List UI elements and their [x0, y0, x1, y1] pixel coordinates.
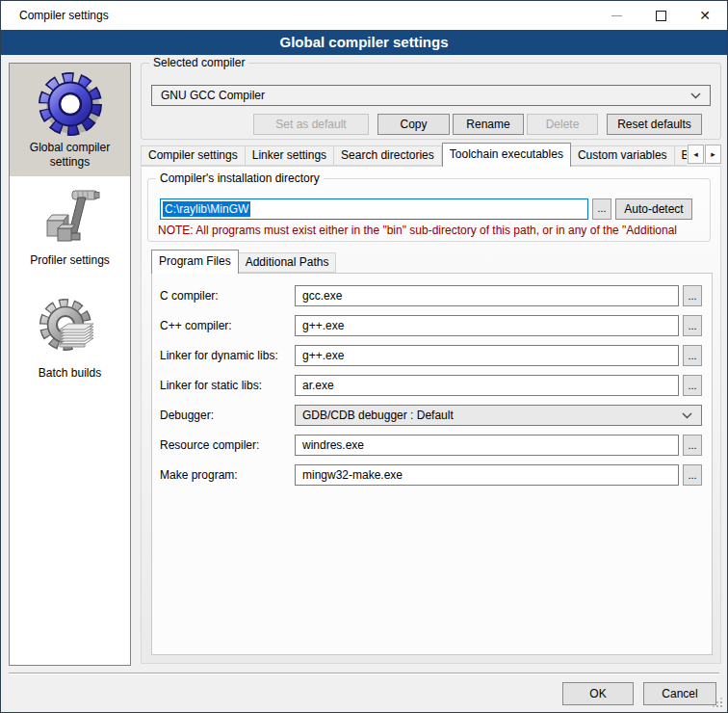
- gray-gear-stack-icon: [38, 298, 103, 361]
- form-row-debugger: Debugger: GDB/CDB debugger : Default: [160, 405, 702, 426]
- browse-linker-static-button[interactable]: ...: [683, 375, 702, 396]
- form-row-linker-dynamic: Linker for dynamic libs: g++.exe ...: [160, 345, 702, 366]
- tab-custom-variables[interactable]: Custom variables: [571, 145, 675, 166]
- main-panel: Selected compiler GNU GCC Compiler Set a…: [141, 61, 721, 664]
- chevron-down-icon: [690, 92, 701, 99]
- copy-button[interactable]: Copy: [377, 114, 450, 135]
- compiler-buttons-row: Set as default Copy Rename Delete Reset …: [151, 114, 702, 135]
- browse-resource-compiler-button[interactable]: ...: [683, 435, 702, 456]
- resize-grip-icon[interactable]: [720, 705, 722, 707]
- browse-cpp-compiler-button[interactable]: ...: [683, 315, 702, 336]
- field-value: g++.exe: [302, 319, 344, 332]
- browse-c-compiler-button[interactable]: ...: [683, 285, 702, 306]
- field-value: ar.exe: [302, 379, 334, 392]
- caliper-icon: [38, 185, 103, 249]
- tab-build-options[interactable]: Build: [675, 145, 687, 166]
- ok-button[interactable]: OK: [562, 682, 634, 705]
- resource-compiler-input[interactable]: windres.exe: [295, 435, 679, 456]
- field-label: C++ compiler:: [160, 319, 295, 332]
- field-label: Make program:: [160, 468, 295, 482]
- reset-defaults-button[interactable]: Reset defaults: [607, 114, 702, 135]
- group-legend: Selected compiler: [149, 56, 248, 69]
- form-row-make-program: Make program: mingw32-make.exe ...: [160, 464, 702, 486]
- sub-tabstrip: Program Files Additional Paths: [151, 251, 713, 274]
- set-as-default-button[interactable]: Set as default: [253, 114, 369, 135]
- c-compiler-input[interactable]: gcc.exe: [295, 285, 679, 306]
- installation-directory-row: C:\raylib\MinGW ... Auto-detect: [160, 198, 692, 220]
- auto-detect-button[interactable]: Auto-detect: [615, 198, 692, 220]
- settings-category-list: Global compiler settings: [9, 63, 131, 666]
- maximize-icon: [656, 11, 666, 21]
- sidebar-item-batch-builds[interactable]: Batch builds: [10, 289, 130, 402]
- sidebar-item-label: Batch builds: [16, 366, 124, 381]
- delete-button[interactable]: Delete: [527, 114, 598, 135]
- field-value: mingw32-make.exe: [302, 468, 403, 482]
- selected-compiler-group: Selected compiler GNU GCC Compiler Set a…: [141, 63, 721, 140]
- footer-separator: [9, 673, 719, 674]
- field-value: gcc.exe: [302, 289, 342, 303]
- field-label: C compiler:: [160, 289, 295, 303]
- close-icon: ✕: [699, 9, 711, 22]
- browse-linker-dynamic-button[interactable]: ...: [683, 345, 702, 366]
- compiler-settings-window: Compiler settings ✕ Global compiler sett…: [0, 0, 728, 713]
- subtab-additional-paths[interactable]: Additional Paths: [239, 252, 337, 273]
- sidebar-item-label: Global compiler settings: [16, 141, 124, 170]
- minimize-button[interactable]: [594, 1, 638, 30]
- tab-scroll-buttons: ◂ ▸: [688, 145, 721, 164]
- toolchain-executables-panel: Compiler's installation directory C:\ray…: [141, 166, 721, 664]
- blue-gear-icon: [38, 72, 103, 136]
- chevron-down-icon: [682, 412, 692, 419]
- field-label: Linker for dynamic libs:: [160, 349, 295, 362]
- tabs-wrap: Compiler settings Linker settings Search…: [141, 143, 687, 167]
- field-label: Linker for static libs:: [160, 379, 295, 392]
- form-row-cpp-compiler: C++ compiler: g++.exe ...: [160, 315, 702, 336]
- sidebar-item-label: Profiler settings: [16, 253, 124, 268]
- close-button[interactable]: ✕: [683, 1, 727, 30]
- titlebar: Compiler settings ✕: [1, 1, 727, 30]
- scroll-left-icon: ◂: [693, 149, 698, 159]
- caption-buttons: ✕: [594, 1, 727, 30]
- main-tabstrip: Compiler settings Linker settings Search…: [141, 143, 721, 167]
- selected-text: C:\raylib\MinGW: [163, 201, 250, 217]
- browse-directory-button[interactable]: ...: [592, 198, 611, 220]
- note-text: NOTE: All programs must exist either in …: [158, 224, 707, 237]
- field-value: g++.exe: [302, 349, 344, 362]
- make-program-input[interactable]: mingw32-make.exe: [295, 464, 679, 486]
- sidebar-item-profiler-settings[interactable]: Profiler settings: [10, 176, 130, 289]
- rename-button[interactable]: Rename: [453, 114, 524, 135]
- linker-static-input[interactable]: ar.exe: [295, 375, 679, 396]
- browse-make-program-button[interactable]: ...: [683, 464, 702, 486]
- field-value: windres.exe: [302, 438, 364, 452]
- group-legend: Compiler's installation directory: [156, 172, 324, 185]
- form-row-linker-static: Linker for static libs: ar.exe ...: [160, 375, 702, 396]
- subtab-program-files[interactable]: Program Files: [151, 250, 239, 274]
- tab-compiler-settings[interactable]: Compiler settings: [141, 145, 246, 166]
- selected-compiler-dropdown[interactable]: GNU GCC Compiler: [151, 85, 711, 106]
- window-title: Compiler settings: [19, 9, 109, 22]
- field-label: Resource compiler:: [160, 438, 295, 452]
- minimize-icon: [611, 15, 622, 16]
- form-row-resource-compiler: Resource compiler: windres.exe ...: [160, 435, 702, 456]
- tab-scroll-left-button[interactable]: ◂: [688, 145, 704, 164]
- sidebar-item-global-compiler-settings[interactable]: Global compiler settings: [10, 64, 130, 176]
- tab-search-directories[interactable]: Search directories: [334, 145, 442, 166]
- installation-directory-group: Compiler's installation directory C:\ray…: [147, 178, 711, 242]
- field-value: GDB/CDB debugger : Default: [302, 409, 454, 422]
- tab-toolchain-executables[interactable]: Toolchain executables: [442, 143, 571, 167]
- debugger-dropdown[interactable]: GDB/CDB debugger : Default: [295, 405, 702, 426]
- program-files-panel: C compiler: gcc.exe ... C++ compiler: g+…: [151, 273, 713, 655]
- scroll-right-icon: ▸: [711, 149, 715, 159]
- linker-dynamic-input[interactable]: g++.exe: [295, 345, 679, 366]
- cpp-compiler-input[interactable]: g++.exe: [295, 315, 679, 336]
- installation-directory-input[interactable]: C:\raylib\MinGW: [160, 198, 588, 220]
- selected-compiler-value: GNU GCC Compiler: [161, 89, 265, 102]
- page-title: Global compiler settings: [1, 30, 727, 55]
- dialog-body: Global compiler settings: [1, 55, 727, 712]
- field-label: Debugger:: [160, 409, 295, 422]
- maximize-button[interactable]: [638, 1, 683, 30]
- tab-linker-settings[interactable]: Linker settings: [246, 145, 334, 166]
- tab-scroll-right-button[interactable]: ▸: [705, 145, 721, 164]
- form-row-c-compiler: C compiler: gcc.exe ...: [160, 285, 702, 306]
- cancel-button[interactable]: Cancel: [643, 682, 716, 705]
